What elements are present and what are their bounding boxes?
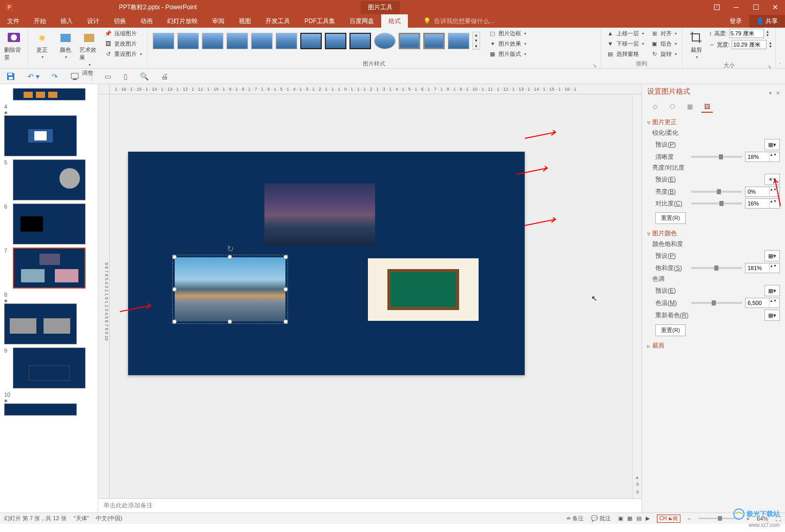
notes-toggle[interactable]: ≐ 备注 (566, 515, 584, 522)
slide-thumbnail[interactable]: 7 (4, 248, 94, 289)
reset-picture-button[interactable]: ↺重设图片▾ (102, 49, 144, 58)
slide-canvas[interactable]: ↻ (110, 94, 632, 498)
gallery-scroll[interactable]: ▴▾▾ (472, 32, 480, 50)
reset-corrections-button[interactable]: 重置(R) (655, 212, 686, 224)
dialog-launcher-icon[interactable]: ↘ (592, 63, 596, 68)
preset-tone-button[interactable]: ▦▾ (765, 285, 780, 296)
tab-design[interactable]: 设计 (80, 14, 107, 28)
image-cityscape[interactable] (264, 183, 375, 246)
slide-thumbnail[interactable]: 9 (4, 347, 94, 388)
sorter-view-icon[interactable]: ▦ (627, 515, 632, 522)
resize-handle[interactable] (228, 319, 232, 324)
style-thumb[interactable] (226, 33, 248, 49)
temperature-input[interactable] (746, 298, 769, 308)
resize-handle[interactable] (283, 255, 288, 259)
section-color[interactable]: ▿图片颜色 (647, 229, 780, 238)
slide-thumbnail[interactable] (4, 88, 94, 100)
slide-thumbnail[interactable]: 8✱ (4, 292, 94, 344)
preset-sharpen-button[interactable]: ▦▾ (765, 139, 780, 150)
scroll-up-icon[interactable]: ▴ (636, 474, 638, 480)
rotate-button[interactable]: ↻旋转▾ (648, 49, 679, 58)
fp-tab-fill-icon[interactable]: ◇ (649, 101, 660, 113)
notes-pane[interactable]: 单击此处添加备注 (98, 498, 642, 513)
save-button[interactable] (6, 72, 15, 81)
color-button[interactable]: 颜色▾ (55, 29, 76, 62)
slide-thumbnail[interactable]: 10✱ (4, 392, 94, 416)
bring-forward-button[interactable]: ▲上移一层▾ (604, 29, 646, 38)
tab-transition[interactable]: 切换 (107, 14, 133, 28)
change-picture-button[interactable]: 🖼更改图片 (102, 39, 144, 48)
zoom-out-button[interactable]: − (688, 516, 691, 522)
collapse-ribbon-button[interactable]: ˇ (776, 28, 785, 68)
saturation-input[interactable] (746, 263, 769, 273)
section-corrections[interactable]: ▿图片更正 (647, 118, 780, 127)
image-board[interactable] (368, 258, 479, 321)
style-thumb[interactable] (177, 33, 199, 49)
brightness-slider[interactable] (691, 191, 742, 193)
reading-view-icon[interactable]: ▤ (636, 515, 642, 522)
resize-handle[interactable] (172, 319, 177, 324)
image-lake-selected[interactable]: ↻ (175, 257, 285, 321)
ribbon-display-icon[interactable] (707, 0, 727, 14)
resize-handle[interactable] (283, 287, 288, 292)
tab-review[interactable]: 审阅 (205, 14, 232, 28)
close-button[interactable]: ✕ (766, 0, 785, 14)
picture-effects-button[interactable]: ✦图片效果▾ (486, 39, 528, 48)
tab-insert[interactable]: 插入 (53, 14, 80, 28)
clarity-slider[interactable] (691, 156, 742, 158)
next-slide-icon[interactable]: ≚ (635, 489, 639, 495)
align-button[interactable]: ⊞对齐▾ (648, 29, 679, 38)
resize-handle[interactable] (228, 255, 232, 259)
brightness-input[interactable] (746, 187, 769, 196)
tab-animation[interactable]: 动画 (133, 14, 160, 28)
style-thumb[interactable] (202, 33, 223, 49)
width-input[interactable] (732, 40, 767, 49)
reset-color-button[interactable]: 重置(R) (655, 324, 686, 336)
tab-pdf-tools[interactable]: PDF工具集 (297, 14, 342, 28)
style-thumb[interactable] (399, 33, 420, 49)
normal-view-icon[interactable]: ▣ (618, 515, 623, 522)
width-spinner[interactable]: ▲▼ (769, 41, 772, 48)
tab-format[interactable]: 格式 (381, 14, 408, 28)
style-thumb[interactable] (423, 33, 445, 49)
maximize-button[interactable]: ☐ (746, 0, 766, 14)
fp-tab-size-icon[interactable]: ▦ (684, 101, 695, 113)
tab-view[interactable]: 视图 (232, 14, 258, 28)
height-input[interactable] (729, 29, 764, 38)
slideshow-view-icon[interactable]: ▶ (646, 515, 650, 522)
tab-slideshow[interactable]: 幻灯片放映 (160, 14, 205, 28)
slide[interactable]: ↻ (128, 152, 525, 375)
style-thumb[interactable] (325, 33, 346, 49)
picture-styles-gallery[interactable]: ▴▾▾ (151, 29, 482, 53)
tab-file[interactable]: 文件 (0, 14, 27, 28)
slide-thumbnail[interactable]: 4✱ (4, 104, 94, 156)
style-thumb[interactable] (251, 33, 273, 49)
tab-baidu[interactable]: 百度网盘 (342, 14, 381, 28)
comments-toggle[interactable]: 💬 批注 (591, 515, 611, 522)
selection-pane-button[interactable]: ▤选择窗格 (604, 49, 646, 58)
send-backward-button[interactable]: ▼下移一层▾ (604, 39, 646, 48)
preset-saturation-button[interactable]: ▦▾ (765, 250, 780, 261)
style-thumb[interactable] (349, 33, 371, 49)
pane-close-icon[interactable]: ✕ (776, 90, 780, 96)
share-button[interactable]: 👤 共享 (749, 15, 785, 28)
picture-layout-button[interactable]: ▦图片版式▾ (486, 49, 528, 58)
contrast-slider[interactable] (691, 202, 742, 204)
style-thumb[interactable] (300, 33, 322, 49)
style-thumb[interactable] (153, 33, 174, 49)
resize-handle[interactable] (172, 287, 177, 292)
group-button[interactable]: ▣组合▾ (648, 39, 679, 48)
dialog-launcher-icon[interactable]: ↘ (767, 64, 771, 69)
rotation-handle-icon[interactable]: ↻ (227, 244, 234, 254)
saturation-slider[interactable] (691, 267, 742, 269)
artistic-effects-button[interactable]: 艺术效果▾ (78, 29, 100, 69)
language-status[interactable]: 中文(中国) (96, 515, 122, 522)
corrections-button[interactable]: ☀️ 更正▾ (31, 29, 53, 62)
slide-thumbnail[interactable]: 5 (4, 159, 94, 200)
crop-button[interactable]: 裁剪▾ (686, 29, 707, 62)
qat-icon[interactable]: 🖨 (161, 72, 168, 80)
pane-options-icon[interactable]: ▾ (769, 90, 772, 96)
ime-indicator[interactable]: CH ☯简 (657, 515, 680, 523)
compress-pictures-button[interactable]: 📌压缩图片 (102, 29, 144, 38)
recolor-button[interactable]: ▦▾ (765, 310, 780, 321)
